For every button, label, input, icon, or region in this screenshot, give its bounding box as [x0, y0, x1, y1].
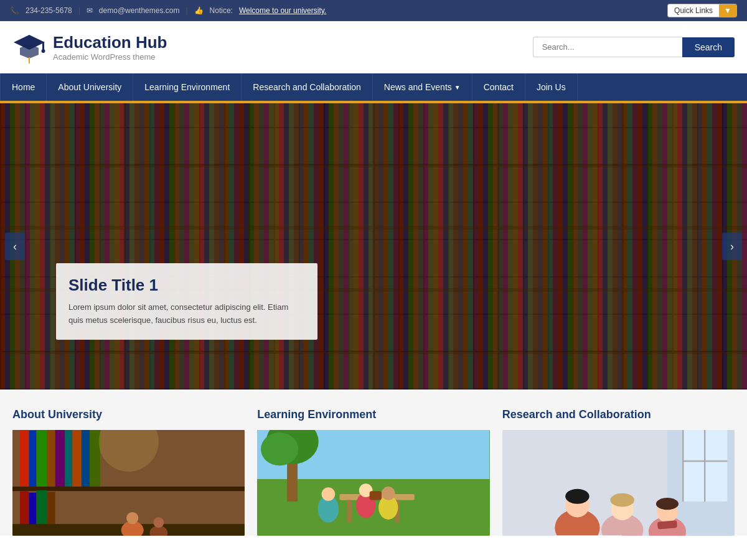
search-area: Search	[533, 37, 735, 57]
svg-rect-18	[37, 430, 47, 487]
svg-rect-26	[20, 491, 29, 528]
svg-rect-56	[704, 430, 705, 502]
svg-rect-17	[29, 431, 36, 487]
cards-section: About University	[0, 390, 747, 536]
email-address: demo@wenthemes.com	[99, 6, 180, 15]
svg-rect-43	[347, 500, 352, 523]
card-about-university: About University	[12, 408, 245, 536]
svg-rect-21	[65, 430, 72, 487]
svg-point-3	[42, 49, 45, 53]
quick-links-label: Quick Links	[668, 4, 719, 17]
nav-item-research[interactable]: Research and Collaboration	[242, 73, 373, 101]
nav-contact-label: Contact	[484, 82, 514, 92]
graduation-cap-icon	[12, 30, 47, 64]
separator1: |	[78, 6, 80, 15]
site-title: Education Hub	[53, 33, 167, 52]
svg-rect-22	[72, 430, 81, 487]
hero-slider: Slide Title 1 Lorem ipsum dolor sit amet…	[0, 103, 747, 390]
svg-rect-28	[37, 490, 47, 528]
logo-area: Education Hub Academic WordPress theme	[12, 30, 167, 64]
notice-label: Notice:	[210, 6, 233, 15]
notice-icon: 👍	[194, 6, 204, 15]
nav-item-about[interactable]: About University	[47, 73, 133, 101]
search-button[interactable]: Search	[682, 37, 735, 57]
nav-news-label: News and Events	[384, 82, 452, 92]
card-about-image	[12, 430, 245, 536]
slide-title: Slide Title 1	[68, 276, 303, 295]
svg-rect-24	[90, 430, 100, 487]
slide-content-box: Slide Title 1 Lorem ipsum dolor sit amet…	[56, 263, 317, 340]
svg-point-46	[322, 487, 336, 501]
separator2: |	[186, 6, 187, 15]
svg-rect-57	[682, 460, 727, 462]
nav-item-contact[interactable]: Contact	[472, 73, 525, 101]
nav-item-news[interactable]: News and Events ▼	[373, 73, 472, 101]
research-image-svg	[502, 430, 735, 536]
site-subtitle: Academic WordPress theme	[53, 52, 167, 62]
svg-rect-27	[29, 493, 36, 529]
slider-next-button[interactable]: ›	[722, 233, 742, 260]
svg-rect-25	[12, 487, 245, 491]
slide-body: Lorem ipsum dolor sit amet, consectetur …	[68, 301, 303, 327]
svg-point-50	[382, 487, 395, 500]
nav-research-label: Research and Collaboration	[253, 82, 361, 92]
svg-rect-68	[555, 535, 622, 536]
card-learning-image	[257, 430, 489, 536]
card-research-image	[502, 430, 735, 536]
svg-rect-19	[47, 430, 55, 487]
nav-item-learning[interactable]: Learning Environment	[133, 73, 242, 101]
library-image-svg	[12, 430, 245, 536]
svg-rect-29	[47, 492, 55, 528]
logo-icon	[12, 30, 47, 64]
svg-point-34	[153, 517, 164, 528]
card-learning-title: Learning Environment	[257, 408, 489, 421]
header: Education Hub Academic WordPress theme S…	[0, 21, 747, 73]
logo-text: Education Hub Academic WordPress theme	[53, 33, 167, 62]
nav-join-label: Join Us	[537, 82, 566, 92]
phone-number: 234-235-5678	[26, 6, 72, 15]
svg-point-32	[126, 512, 138, 524]
svg-rect-20	[55, 430, 65, 487]
email-icon: ✉	[87, 6, 93, 15]
phone-icon: 📞	[10, 6, 19, 15]
main-navigation: Home About University Learning Environme…	[0, 73, 747, 101]
svg-point-41	[261, 432, 298, 465]
quick-links-arrow-icon: ▼	[719, 4, 736, 17]
svg-point-63	[610, 493, 634, 507]
news-dropdown-arrow-icon: ▼	[454, 84, 461, 91]
top-bar: 📞 234-235-5678 | ✉ demo@wenthemes.com | …	[0, 0, 747, 21]
slider-prev-button[interactable]: ‹	[5, 233, 25, 260]
card-learning: Learning Environment	[257, 408, 489, 536]
nav-item-join[interactable]: Join Us	[525, 73, 578, 101]
svg-rect-2	[42, 42, 44, 50]
students-image-svg	[257, 430, 489, 536]
nav-learning-label: Learning Environment	[144, 82, 230, 92]
svg-rect-23	[82, 430, 90, 487]
slider-background	[0, 103, 747, 390]
svg-rect-51	[370, 491, 382, 500]
svg-rect-55	[682, 430, 684, 502]
svg-rect-16	[20, 430, 29, 487]
notice-link[interactable]: Welcome to our university.	[239, 6, 326, 15]
search-input[interactable]	[533, 37, 682, 57]
card-research: Research and Collaboration	[502, 408, 735, 536]
svg-point-66	[656, 498, 679, 510]
quick-links-button[interactable]: Quick Links ▼	[667, 4, 737, 17]
nav-item-home[interactable]: Home	[0, 73, 47, 101]
svg-rect-4	[29, 57, 30, 63]
nav-about-label: About University	[58, 82, 121, 92]
card-research-title: Research and Collaboration	[502, 408, 735, 421]
nav-home-label: Home	[12, 82, 35, 92]
svg-point-60	[565, 489, 590, 504]
shelf-lines-svg	[0, 103, 747, 390]
card-about-title: About University	[12, 408, 245, 421]
